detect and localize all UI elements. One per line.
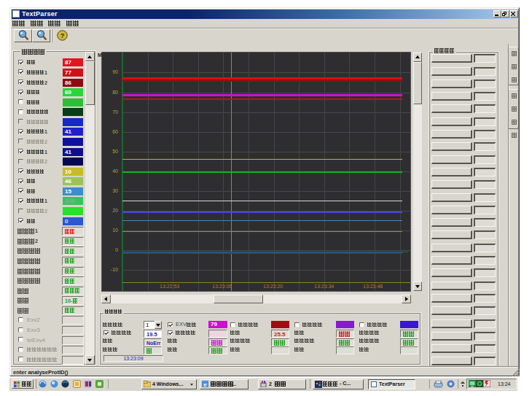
svg-text:?: ?	[60, 32, 65, 39]
svg-text:e: e	[203, 381, 207, 388]
